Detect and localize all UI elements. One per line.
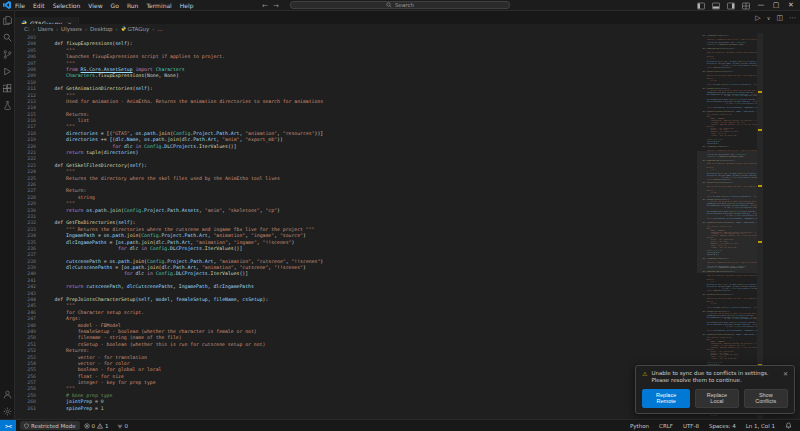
customize-layout-icon[interactable]	[742, 2, 750, 10]
notification-close-icon[interactable]: ✕	[783, 370, 788, 377]
breadcrumb-item[interactable]: Ulysses	[61, 26, 82, 32]
menu-view[interactable]: View	[88, 2, 102, 9]
line-text: directories = [("GTA5", os.path.join(Con…	[699, 284, 757, 285]
token: os.path.	[109, 259, 132, 264]
nav-forward-icon[interactable]: →	[273, 2, 279, 10]
line-text: Used for animation - AnimEtho. Returns t…	[699, 52, 757, 53]
line-text: filename - string (name of the file)	[699, 122, 745, 123]
close-window-button[interactable]: ✕	[787, 0, 795, 11]
menu-edit[interactable]: Edit	[33, 2, 45, 9]
line-text: return os.path.join(Config.Project.Path.…	[699, 307, 757, 308]
token: """	[43, 201, 75, 206]
token: for Character setup script.	[43, 310, 144, 315]
restricted-mode-badge[interactable]: Restricted Mode	[20, 421, 80, 430]
token: Args:	[43, 316, 81, 321]
line-text: """	[699, 112, 710, 113]
line-text: Characters.fixupExpressions(None, None)	[43, 73, 179, 79]
testing-icon[interactable]	[3, 101, 12, 110]
menu-go[interactable]: Go	[111, 2, 119, 9]
maximize-button[interactable]: ▢	[772, 0, 780, 11]
cursor-position[interactable]: Ln 1, Col 1	[742, 423, 779, 429]
token	[699, 44, 707, 45]
line-text: boolean - for global or local	[699, 131, 738, 132]
token: join	[127, 233, 139, 238]
run-debug-icon[interactable]	[3, 67, 12, 76]
encoding[interactable]: UTF-8	[679, 423, 703, 429]
token: Characters	[736, 42, 746, 43]
breadcrumb-item[interactable]: …	[157, 26, 163, 32]
minimize-button[interactable]: —	[757, 0, 765, 11]
language-mode[interactable]: Python	[626, 423, 653, 429]
search-icon[interactable]	[3, 33, 12, 42]
extensions-icon[interactable]	[3, 84, 12, 93]
replace-remote-button[interactable]: Replace Remote	[642, 389, 690, 408]
token: femaleSetup - boolean (whether the chara…	[43, 329, 257, 334]
ports-indicator[interactable]: 0	[113, 420, 133, 431]
line-text: def GetSkelFilesDirectory(self):	[699, 71, 734, 72]
menu-file[interactable]: File	[15, 2, 25, 9]
token	[699, 315, 707, 316]
menu-help[interactable]: Help	[180, 2, 194, 9]
token: string	[699, 303, 716, 304]
split-editor-icon[interactable]: ◫	[776, 14, 783, 22]
settings-gear-icon[interactable]	[3, 407, 12, 416]
more-actions-icon[interactable]: ⋯	[789, 14, 796, 22]
token: femaleSetup - boolean (whether the chara…	[699, 120, 757, 121]
token: )	[303, 265, 306, 270]
token: """	[699, 283, 710, 284]
token	[699, 94, 707, 95]
menu-selection[interactable]: Selection	[53, 2, 81, 9]
breadcrumb-item[interactable]: Desktop	[90, 26, 113, 32]
token: )	[730, 67, 731, 68]
line-text: def fixupExpressions(self):	[699, 146, 729, 147]
token: float - for size	[699, 356, 726, 357]
eol[interactable]: CRLF	[655, 423, 677, 429]
token: Project.Path.Assets	[733, 307, 751, 308]
token: string	[699, 415, 716, 416]
toggle-primary-sidebar-icon[interactable]	[697, 2, 705, 10]
token: IngamePath	[66, 233, 95, 238]
breadcrumb-item[interactable]: GTAGuy	[121, 26, 150, 32]
token: )	[135, 150, 138, 155]
run-python-file-icon[interactable]: ▷	[755, 14, 760, 22]
token: dlcIngamePaths	[66, 240, 106, 245]
menu-terminal[interactable]: Terminal	[146, 2, 171, 9]
token: Project.Path.Assets	[144, 208, 199, 213]
toggle-secondary-sidebar-icon[interactable]	[727, 2, 735, 10]
breadcrumb-item[interactable]: Users	[38, 26, 53, 32]
show-conflicts-button[interactable]: Show Conflicts	[744, 389, 788, 408]
account-icon[interactable]	[3, 390, 12, 399]
token: )	[303, 233, 306, 238]
command-center-search[interactable]: Search	[290, 1, 510, 9]
line-text: list	[699, 58, 714, 59]
run-dropdown-icon[interactable]: ∨	[767, 15, 771, 21]
replace-local-button[interactable]: Replace Local	[695, 389, 738, 408]
token	[699, 318, 724, 319]
token: vector - for color	[699, 353, 728, 354]
token: in	[138, 246, 150, 251]
token: DLCProjects	[741, 318, 752, 319]
token: from	[66, 67, 80, 72]
explorer-icon[interactable]	[3, 16, 12, 25]
token: ):	[732, 71, 734, 72]
token: IngamePath	[179, 284, 208, 289]
token: fixupExpressions	[98, 73, 144, 78]
breadcrumb-item[interactable]: C:	[24, 26, 30, 32]
token: Config	[124, 208, 141, 213]
menu-run[interactable]: Run	[127, 2, 139, 9]
code-editor[interactable]: 203204 def fixupExpressions(self):205 ""…	[15, 33, 800, 419]
chevron-right-icon: ›	[56, 26, 58, 32]
minimap-slider[interactable]	[697, 151, 757, 273]
token: Project.Path.Assets	[733, 84, 751, 85]
notifications-bell-icon[interactable]	[781, 422, 796, 429]
line-text: """	[699, 137, 710, 138]
indentation[interactable]: Spaces: 4	[705, 423, 740, 429]
source-control-icon[interactable]	[3, 50, 12, 59]
token: =	[92, 399, 101, 404]
toggle-panel-icon[interactable]	[712, 2, 720, 10]
remote-indicator[interactable]: ><	[0, 420, 16, 431]
problems-indicator[interactable]: 0 1	[80, 420, 113, 431]
line-text: directories += [(dlc.Name, os.path.join(…	[699, 63, 757, 64]
nav-back-icon[interactable]: ←	[262, 2, 268, 10]
line-text: return tuple(directories)	[699, 290, 731, 291]
